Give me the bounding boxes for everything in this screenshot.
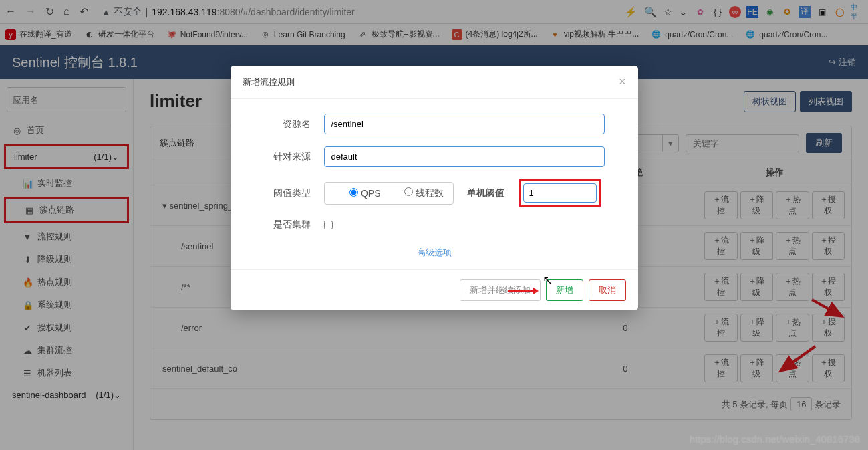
modal-overlay: 新增流控规则 × 资源名 针对来源 阈值类型 QPS 线程数 单机阈值 (0, 0, 868, 450)
watermark: https://blog.csdn.net/weixin_40816738 (690, 433, 860, 445)
threshold-input[interactable] (523, 183, 597, 203)
resource-input[interactable] (324, 114, 605, 134)
cancel-button[interactable]: 取消 (589, 279, 626, 301)
label-threshold: 单机阈值 (467, 187, 504, 199)
close-icon[interactable]: × (619, 75, 626, 89)
radio-thread[interactable] (404, 187, 413, 196)
modal-title: 新增流控规则 (243, 76, 295, 88)
flow-rule-modal: 新增流控规则 × 资源名 针对来源 阈值类型 QPS 线程数 单机阈值 (231, 66, 638, 310)
radio-qps[interactable] (349, 188, 358, 197)
add-button[interactable]: 新增 (546, 279, 583, 301)
label-origin: 针对来源 (264, 151, 311, 163)
label-resource: 资源名 (264, 118, 311, 130)
add-continue-button[interactable]: 新增并继续添加 (460, 279, 541, 301)
advanced-link[interactable]: 高级选项 (417, 247, 452, 257)
cluster-checkbox[interactable] (324, 221, 333, 229)
label-cluster: 是否集群 (264, 219, 311, 231)
label-type: 阈值类型 (264, 187, 311, 199)
threshold-type: QPS 线程数 (324, 182, 454, 205)
origin-input[interactable] (324, 146, 605, 167)
